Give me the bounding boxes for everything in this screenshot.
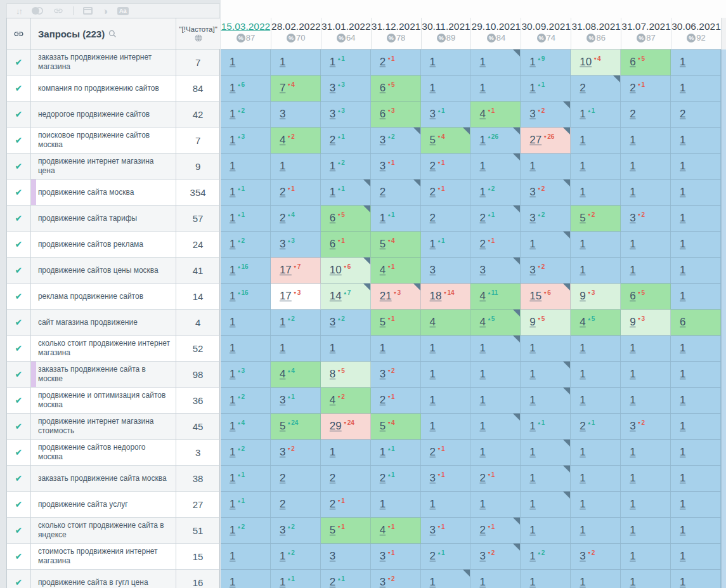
- position-cell[interactable]: 1: [621, 258, 671, 284]
- contrast-icon[interactable]: ◑: [102, 6, 108, 16]
- position-cell[interactable]: 3▼2: [521, 101, 571, 127]
- position-link[interactable]: 4: [380, 264, 386, 277]
- position-cell[interactable]: 1▲2: [221, 440, 271, 466]
- position-link[interactable]: 1: [479, 498, 485, 511]
- position-cell[interactable]: 1▲1: [321, 180, 371, 206]
- position-link[interactable]: 1: [230, 524, 235, 537]
- position-link[interactable]: 17: [280, 264, 292, 277]
- position-cell[interactable]: 1: [571, 388, 621, 414]
- position-cell[interactable]: 2▼1: [421, 440, 471, 466]
- position-cell[interactable]: 1▲1: [521, 414, 571, 440]
- position-link[interactable]: 1: [630, 498, 635, 511]
- position-cell[interactable]: 2▲1: [571, 414, 621, 440]
- position-cell[interactable]: 10▼6: [321, 258, 371, 284]
- frequency-column-header[interactable]: "[!Частота]": [176, 18, 220, 49]
- position-link[interactable]: 2: [479, 212, 485, 225]
- position-cell[interactable]: 18▼14: [421, 284, 471, 310]
- row-checkmark[interactable]: ✔: [7, 258, 31, 283]
- position-link[interactable]: 1: [380, 446, 386, 459]
- position-link[interactable]: 5: [580, 212, 585, 225]
- row-checkmark[interactable]: ✔: [7, 544, 31, 569]
- overlapping-circles-icon[interactable]: [31, 6, 44, 16]
- position-cell[interactable]: 3▼1: [421, 466, 471, 492]
- position-link[interactable]: 1: [630, 160, 635, 173]
- keyword-cell[interactable]: продвижение сайтов недорого москва: [31, 440, 176, 465]
- queries-column-header[interactable]: Запросы (223): [31, 18, 176, 49]
- position-link[interactable]: 1: [529, 524, 535, 537]
- position-cell[interactable]: 1: [671, 180, 721, 206]
- position-link[interactable]: 4: [280, 368, 285, 381]
- position-link[interactable]: 1: [680, 134, 685, 147]
- position-link[interactable]: 1: [680, 550, 685, 563]
- position-cell[interactable]: 1: [671, 232, 721, 258]
- position-cell[interactable]: 1: [621, 180, 671, 206]
- position-link[interactable]: 1: [280, 316, 285, 329]
- position-cell[interactable]: 1: [470, 49, 521, 75]
- position-link[interactable]: 2: [479, 472, 485, 485]
- position-cell[interactable]: 1: [671, 492, 721, 518]
- keyword-cell[interactable]: сколько стоит продвижение интернет магаз…: [31, 336, 176, 361]
- position-link[interactable]: 3: [430, 524, 436, 537]
- keyword-cell[interactable]: реклама продвижение сайтов: [31, 284, 176, 309]
- position-cell[interactable]: 2▼1: [470, 232, 521, 258]
- position-cell[interactable]: 1: [521, 570, 571, 588]
- position-cell[interactable]: 1: [571, 180, 621, 206]
- position-link[interactable]: 2: [479, 524, 485, 537]
- position-link[interactable]: 1: [430, 420, 436, 433]
- position-cell[interactable]: 1: [470, 492, 521, 518]
- position-link[interactable]: 2: [430, 160, 436, 173]
- keyword-cell[interactable]: продвижение интернет магазина стоимость: [31, 414, 176, 439]
- position-link[interactable]: 3: [529, 212, 535, 225]
- position-cell[interactable]: 3▲1: [421, 101, 471, 127]
- position-cell[interactable]: 4▼1: [371, 518, 421, 544]
- position-cell[interactable]: 2: [321, 466, 371, 492]
- position-cell[interactable]: 1: [571, 336, 621, 362]
- position-link[interactable]: 4: [380, 524, 386, 537]
- position-cell[interactable]: 1▲1: [371, 440, 421, 466]
- position-cell[interactable]: 1: [421, 362, 471, 388]
- position-link[interactable]: 9: [529, 316, 535, 329]
- position-link[interactable]: 1: [580, 498, 585, 511]
- position-link[interactable]: 1: [230, 56, 235, 69]
- keyword-cell[interactable]: заказать продвижение интернет магазина: [31, 49, 176, 75]
- position-link[interactable]: 10: [580, 56, 592, 69]
- position-link[interactable]: 3: [380, 368, 386, 381]
- position-link[interactable]: 2: [630, 108, 635, 121]
- position-cell[interactable]: 14▲7: [321, 284, 371, 310]
- position-link[interactable]: 1: [680, 394, 685, 407]
- position-cell[interactable]: 1▲2: [521, 544, 571, 570]
- position-cell[interactable]: 1▲2: [470, 180, 521, 206]
- position-cell[interactable]: 1: [571, 440, 621, 466]
- position-link[interactable]: 1: [580, 342, 585, 355]
- position-link[interactable]: 1: [330, 56, 335, 69]
- position-link[interactable]: 3: [529, 264, 535, 277]
- position-cell[interactable]: 1: [221, 310, 271, 336]
- position-cell[interactable]: 6▼5: [621, 49, 671, 75]
- position-cell[interactable]: 5▼1: [321, 518, 371, 544]
- position-link[interactable]: 1: [680, 212, 685, 225]
- position-link[interactable]: 21: [380, 290, 392, 303]
- position-cell[interactable]: 4: [421, 310, 471, 336]
- position-link[interactable]: 1: [430, 342, 436, 355]
- position-cell[interactable]: 1: [470, 388, 521, 414]
- position-link[interactable]: 1: [230, 498, 235, 511]
- position-link[interactable]: 3: [330, 108, 335, 121]
- position-cell[interactable]: 1: [271, 49, 321, 75]
- position-cell[interactable]: 1: [671, 206, 721, 232]
- keyword-cell[interactable]: заказать продвижение сайта москва: [31, 466, 176, 491]
- position-cell[interactable]: 1: [521, 466, 571, 492]
- position-cell[interactable]: 1: [621, 518, 671, 544]
- position-cell[interactable]: 3: [271, 101, 321, 127]
- position-link[interactable]: 3: [479, 550, 485, 563]
- position-cell[interactable]: 1: [571, 466, 621, 492]
- position-link[interactable]: 2: [280, 472, 285, 485]
- position-cell[interactable]: 2▼1: [421, 180, 471, 206]
- position-link[interactable]: 2: [330, 576, 335, 588]
- position-cell[interactable]: 1: [421, 388, 471, 414]
- position-link[interactable]: 2: [280, 498, 285, 511]
- position-link[interactable]: 1: [280, 56, 285, 69]
- keyword-cell[interactable]: компания по продвижению сайтов: [31, 75, 176, 101]
- position-cell[interactable]: 1: [671, 284, 721, 310]
- position-link[interactable]: 1: [580, 264, 585, 277]
- position-link[interactable]: 4: [580, 316, 585, 329]
